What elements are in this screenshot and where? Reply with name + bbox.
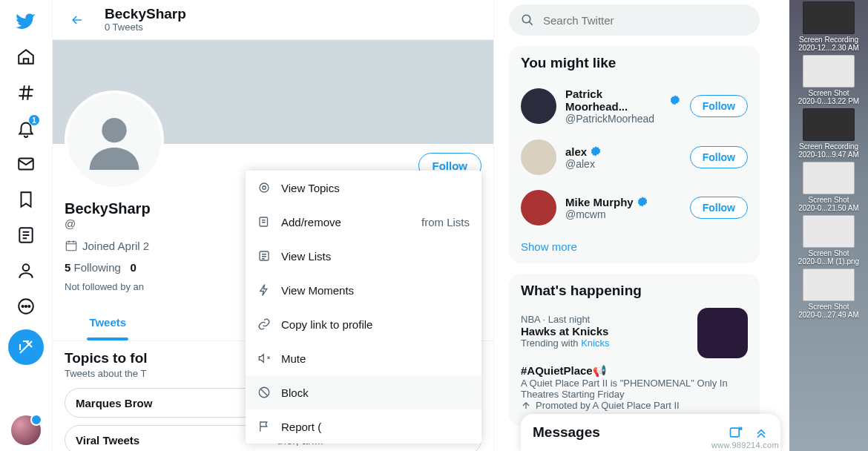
svg-point-14 [522, 15, 530, 23]
svg-point-10 [263, 186, 266, 190]
desktop-file[interactable]: Screen Shot2020-0...27.49 AM [792, 269, 865, 319]
card-title: What's happening [521, 283, 748, 299]
explore-icon[interactable] [9, 76, 43, 110]
verified-icon [637, 196, 648, 208]
desktop-file[interactable]: Screen Shot2020-0...13.22 PM [792, 55, 865, 105]
svg-point-9 [260, 183, 269, 192]
left-nav: 1 [0, 0, 52, 451]
desktop-file[interactable]: Screen Recording2020-10...9.47 AM [792, 108, 865, 159]
right-column: You might like Patrick Moorhead... @Patr… [494, 0, 775, 451]
home-icon[interactable] [9, 40, 43, 74]
bookmarks-icon[interactable] [9, 182, 43, 217]
desktop-file[interactable]: Screen Recording2020-12...2.30 AM [792, 1, 865, 52]
svg-point-5 [25, 306, 27, 307]
block-icon [257, 386, 271, 399]
menu-add-remove-lists[interactable]: Add/remove from Lists [246, 205, 481, 239]
menu-view-lists[interactable]: View Lists [246, 239, 481, 273]
twitter-logo[interactable] [9, 4, 43, 39]
menu-block[interactable]: Block [246, 375, 481, 409]
tab-tweets[interactable]: Tweets [53, 304, 163, 340]
header-title: BeckySharp [105, 7, 186, 22]
svg-rect-8 [66, 242, 76, 251]
card-title: You might like [521, 55, 748, 71]
profile-more-menu: View Topics Add/remove from Lists View L… [246, 171, 481, 444]
svg-point-7 [102, 118, 126, 142]
messages-icon[interactable] [9, 147, 43, 181]
report-icon [257, 420, 271, 433]
mute-icon [257, 352, 271, 365]
follow-button[interactable]: Follow [690, 197, 748, 219]
notifications-icon[interactable]: 1 [9, 111, 43, 145]
desktop-file[interactable]: Screen Shot2020-0...M (1).png [792, 215, 865, 266]
verified-icon [669, 94, 681, 106]
svg-rect-11 [260, 217, 268, 226]
search-bar[interactable] [509, 4, 760, 36]
account-avatar[interactable] [11, 415, 41, 445]
follow-button[interactable]: Follow [690, 146, 748, 168]
megaphone-icon: 📢 [593, 364, 607, 377]
menu-mute[interactable]: Mute [246, 341, 481, 375]
menu-view-moments[interactable]: View Moments [246, 273, 481, 307]
link-icon [257, 317, 271, 331]
whats-happening-card: What's happening NBA · Last night Hawks … [509, 274, 760, 426]
compose-tweet-button[interactable] [8, 329, 44, 365]
profile-icon[interactable] [9, 254, 43, 288]
svg-point-4 [22, 306, 24, 307]
follow-button[interactable]: Follow [690, 95, 748, 117]
desktop-file[interactable]: Screen Shot2020-0...21.50 AM [792, 162, 865, 212]
header-tweet-count: 0 Tweets [105, 22, 186, 33]
profile-avatar[interactable] [65, 90, 164, 190]
menu-view-topics[interactable]: View Topics [246, 171, 481, 205]
messages-title: Messages [533, 424, 600, 441]
avatar [521, 190, 556, 226]
lists-icon[interactable] [9, 218, 43, 252]
profile-header: BeckySharp 0 Tweets [53, 0, 493, 40]
suggestion-row[interactable]: Mike Murphy @mcwm Follow [521, 182, 748, 233]
avatar [521, 139, 556, 175]
trend-thumbnail [697, 308, 748, 358]
svg-point-2 [23, 264, 30, 271]
more-icon[interactable] [9, 289, 43, 323]
desktop-files: Screen Recording2020-12...2.30 AM Screen… [789, 0, 868, 451]
moments-icon [257, 283, 271, 297]
avatar [521, 88, 556, 124]
topic-label: Marques Brow [76, 397, 152, 409]
show-more-link[interactable]: Show more [521, 233, 748, 254]
menu-copy-link[interactable]: Copy link to profile [246, 307, 481, 341]
svg-rect-15 [731, 428, 740, 437]
promoted-icon [521, 401, 531, 411]
you-might-like-card: You might like Patrick Moorhead... @Patr… [509, 46, 760, 263]
search-icon [521, 13, 534, 27]
svg-point-6 [28, 306, 30, 307]
lists-add-icon [257, 215, 271, 228]
menu-report[interactable]: Report ( [246, 409, 481, 444]
expand-icon[interactable] [754, 425, 769, 440]
notification-badge: 1 [28, 114, 40, 126]
suggestion-row[interactable]: alex @alex Follow [521, 132, 748, 182]
new-message-icon[interactable] [729, 425, 743, 440]
lists-icon [257, 249, 271, 263]
verified-icon [590, 145, 602, 157]
topic-label: Viral Tweets [76, 434, 139, 447]
watermark: www.989214.com [711, 441, 779, 450]
suggestion-row[interactable]: Patrick Moorhead... @PatrickMoorhead Fol… [521, 80, 748, 132]
main-column: BeckySharp 0 Tweets Follow BeckySharp @ … [52, 0, 494, 451]
trend-item[interactable]: NBA · Last night Hawks at Knicks Trendin… [521, 308, 688, 358]
search-input[interactable] [543, 14, 748, 27]
calendar-icon [65, 239, 78, 252]
trend-item[interactable]: #AQuietPlace📢 A Quiet Place Part II is "… [521, 358, 748, 417]
back-button[interactable] [65, 7, 90, 33]
trend-link[interactable]: Knicks [581, 338, 609, 349]
topics-icon [257, 181, 271, 194]
